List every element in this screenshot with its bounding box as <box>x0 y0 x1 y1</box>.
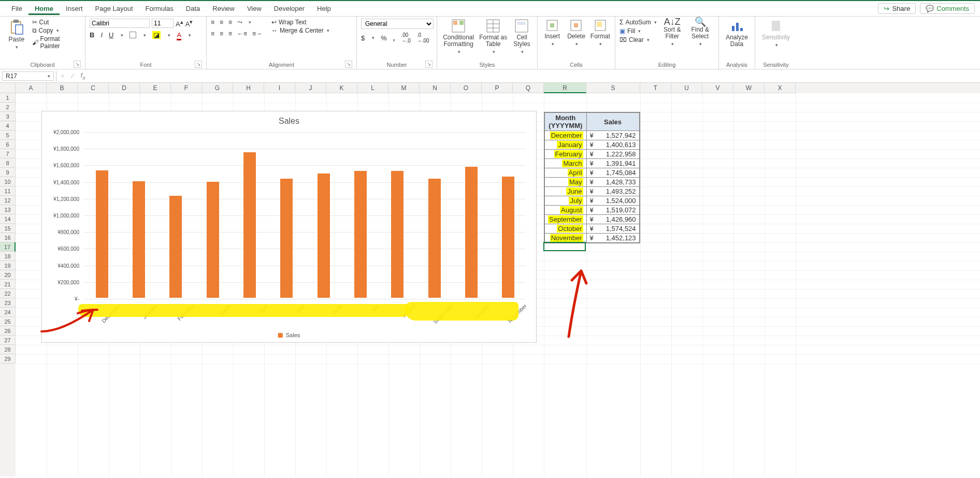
group-launcher-icon[interactable]: ↘ <box>195 61 202 68</box>
row-header[interactable]: 11 <box>0 186 16 196</box>
cell-styles-button[interactable]: Cell Styles▾ <box>511 19 533 55</box>
format-painter-button[interactable]: 🖌Format Painter <box>32 35 81 50</box>
fx-icon[interactable]: fx <box>81 71 85 81</box>
row-header[interactable]: 13 <box>0 205 16 214</box>
chart-bar[interactable] <box>318 173 330 298</box>
autosum-button[interactable]: ΣAutoSum▾ <box>619 19 657 26</box>
column-header[interactable]: M <box>388 83 420 93</box>
decrease-indent-icon[interactable]: ←≡ <box>237 30 247 37</box>
tab-help[interactable]: Help <box>311 3 337 15</box>
row-header[interactable]: 5 <box>0 131 16 140</box>
align-middle-icon[interactable]: ≡ <box>220 19 223 26</box>
borders-button[interactable] <box>129 32 136 38</box>
column-header[interactable]: J <box>295 83 326 93</box>
row-header[interactable]: 20 <box>0 270 16 280</box>
align-right-icon[interactable]: ≡ <box>228 30 232 37</box>
sales-chart[interactable]: Sales ¥-¥200,000¥400,000¥600,000¥800,000… <box>41 111 537 343</box>
chart-bar[interactable] <box>169 196 182 298</box>
copy-button[interactable]: ⧉Copy▾ <box>32 27 81 34</box>
find-select-button[interactable]: 🔍Find & Select▾ <box>688 19 713 48</box>
tab-view[interactable]: View <box>241 3 268 15</box>
row-header[interactable]: 25 <box>0 317 16 326</box>
chart-bar[interactable] <box>465 167 478 298</box>
chart-bar[interactable] <box>428 179 441 298</box>
enter-formula-icon[interactable]: ✓ <box>70 72 76 80</box>
column-header[interactable]: C <box>78 83 109 93</box>
decrease-decimal-icon[interactable]: .0→.00 <box>417 32 429 44</box>
row-header[interactable]: 16 <box>0 233 16 242</box>
row-header[interactable]: 2 <box>0 103 16 112</box>
delete-cell-button[interactable]: Delete▾ <box>566 19 586 48</box>
row-header[interactable]: 29 <box>0 354 16 364</box>
decrease-font-icon[interactable]: A▾ <box>185 19 193 28</box>
row-header[interactable]: 4 <box>0 121 16 131</box>
fill-button[interactable]: ▣Fill▾ <box>619 27 657 35</box>
align-left-icon[interactable]: ≡ <box>211 30 214 37</box>
align-center-icon[interactable]: ≡ <box>220 30 223 37</box>
column-header[interactable]: U <box>671 83 702 93</box>
comments-button[interactable]: 💬Comments <box>920 3 975 14</box>
column-header[interactable]: H <box>233 83 264 93</box>
format-as-table-button[interactable]: Format as Table▾ <box>479 19 508 55</box>
cut-button[interactable]: ✂Cut <box>32 19 81 26</box>
formula-input[interactable] <box>90 69 980 82</box>
format-cell-button[interactable]: Format▾ <box>590 19 611 48</box>
font-color-button[interactable]: A <box>177 31 181 39</box>
group-launcher-icon[interactable]: ↘ <box>425 61 433 68</box>
row-header[interactable]: 10 <box>0 177 16 186</box>
sort-filter-button[interactable]: A↓ZSort & Filter▾ <box>660 19 685 48</box>
column-header[interactable]: S <box>586 83 640 93</box>
chart-bar[interactable] <box>96 170 108 298</box>
name-box[interactable]: R17▾ <box>2 71 54 81</box>
column-header[interactable]: W <box>733 83 765 93</box>
row-header[interactable]: 22 <box>0 289 16 298</box>
chart-bar[interactable] <box>133 181 145 298</box>
share-button[interactable]: ↪Share <box>878 3 916 14</box>
tab-file[interactable]: File <box>5 3 28 15</box>
column-header[interactable]: I <box>264 83 295 93</box>
worksheet-grid[interactable]: ABCDEFGHIJKLMNOPQRSTUVWX 123456789101112… <box>0 83 980 476</box>
chart-bar[interactable] <box>354 171 367 298</box>
orientation-icon[interactable]: ⤳ <box>237 19 242 26</box>
row-header[interactable]: 3 <box>0 112 16 121</box>
tab-developer[interactable]: Developer <box>268 3 311 15</box>
cancel-formula-icon[interactable]: × <box>61 72 65 80</box>
column-header[interactable]: K <box>326 83 357 93</box>
underline-button[interactable]: U <box>109 31 113 39</box>
tab-home[interactable]: Home <box>28 3 60 15</box>
insert-cell-button[interactable]: Insert▾ <box>542 19 563 48</box>
row-header[interactable]: 1 <box>0 93 16 103</box>
percent-button[interactable]: % <box>381 34 387 42</box>
row-header[interactable]: 12 <box>0 196 16 205</box>
increase-font-icon[interactable]: A▴ <box>176 19 183 28</box>
chart-bar[interactable] <box>207 182 219 298</box>
row-header[interactable]: 17 <box>0 242 16 252</box>
comma-button[interactable]: , <box>393 34 395 42</box>
row-header[interactable]: 26 <box>0 326 16 336</box>
column-header[interactable]: X <box>765 83 796 93</box>
row-header[interactable]: 27 <box>0 336 16 345</box>
column-header[interactable]: Q <box>513 83 544 93</box>
bold-button[interactable]: B <box>90 31 94 39</box>
row-header[interactable]: 6 <box>0 140 16 149</box>
column-header[interactable]: N <box>420 83 451 93</box>
row-header[interactable]: 15 <box>0 224 16 233</box>
column-header[interactable]: L <box>357 83 388 93</box>
row-header[interactable]: 24 <box>0 308 16 317</box>
column-header[interactable]: R <box>544 83 586 93</box>
column-header[interactable]: G <box>202 83 233 93</box>
tab-review[interactable]: Review <box>206 3 241 15</box>
analyze-data-button[interactable]: Analyze Data <box>723 19 751 48</box>
row-header[interactable]: 18 <box>0 252 16 261</box>
clear-button[interactable]: ⌧Clear▾ <box>619 36 657 44</box>
row-header[interactable]: 7 <box>0 149 16 158</box>
column-header[interactable]: E <box>140 83 171 93</box>
conditional-formatting-button[interactable]: Conditional Formatting▾ <box>441 19 475 55</box>
tab-formulas[interactable]: Formulas <box>139 3 180 15</box>
column-header[interactable]: T <box>640 83 671 93</box>
align-top-icon[interactable]: ≡ <box>211 19 214 26</box>
chart-bar[interactable] <box>243 152 256 298</box>
chart-bar[interactable] <box>391 171 403 298</box>
column-header[interactable]: V <box>702 83 733 93</box>
row-header[interactable]: 23 <box>0 298 16 308</box>
